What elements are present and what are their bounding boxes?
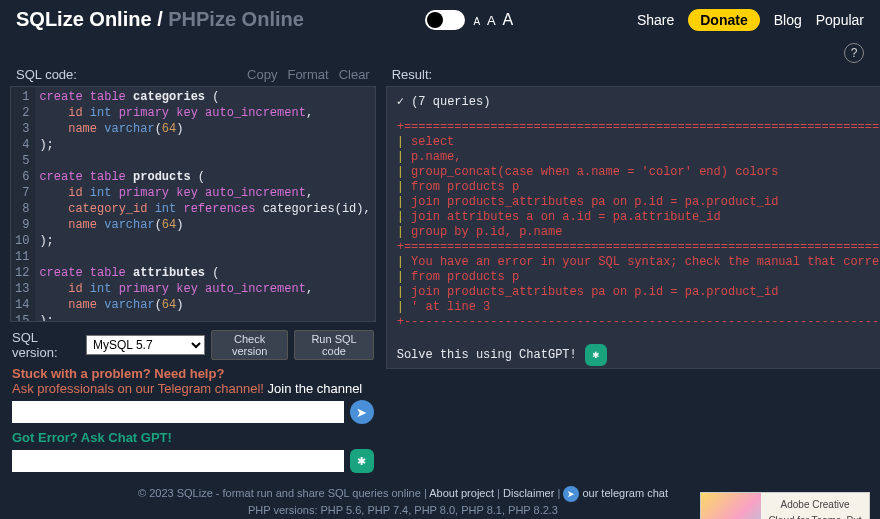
join-channel-link[interactable]: Join the channel <box>268 381 363 396</box>
result-label: Result: <box>392 67 432 82</box>
theme-toggle[interactable] <box>425 10 465 30</box>
share-link[interactable]: Share <box>637 12 674 28</box>
brand-sqlize[interactable]: SQLize Online <box>16 8 152 30</box>
brand: SQLize Online / PHPize Online <box>16 8 304 31</box>
telegram-chat-link[interactable]: our telegram chat <box>579 487 668 499</box>
header: SQLize Online / PHPize Online A A A Shar… <box>0 0 880 39</box>
format-button[interactable]: Format <box>287 67 328 82</box>
ask-gpt-label: Got Error? Ask Chat GPT! <box>12 430 374 445</box>
sql-panel: SQL code: Copy Format Clear 123456789101… <box>10 63 376 477</box>
sql-version-label: SQL version: <box>12 330 80 360</box>
disclaimer-link[interactable]: Disclaimer <box>503 487 554 499</box>
telegram-input[interactable] <box>12 401 344 423</box>
code-content[interactable]: create table categories ( id int primary… <box>35 87 374 321</box>
ask-pros-label: Ask professionals on our Telegram channe… <box>12 381 374 396</box>
donate-button[interactable]: Donate <box>688 9 759 31</box>
result-panel: Result: Copy ✓ (7 queries) +============… <box>386 63 880 477</box>
solve-chatgpt-label: Solve this using ChatGPT! <box>397 348 577 363</box>
copy-button[interactable]: Copy <box>247 67 277 82</box>
clear-button[interactable]: Clear <box>339 67 370 82</box>
font-size-picker[interactable]: A A A <box>473 11 515 29</box>
carbon-ad[interactable]: Adobe Creative Cloud for Teams. Put crea… <box>700 492 870 519</box>
chatgpt-icon[interactable]: ✱ <box>585 344 607 366</box>
line-gutter: 123456789101112131415 <box>11 87 35 321</box>
query-status: ✓ (7 queries) <box>397 95 880 110</box>
telegram-icon[interactable]: ➤ <box>563 486 579 502</box>
sql-version-select[interactable]: MySQL 5.7 <box>86 335 205 355</box>
run-sql-button[interactable]: Run SQL code <box>294 330 373 360</box>
telegram-send-icon[interactable]: ➤ <box>350 400 374 424</box>
ad-image <box>701 493 761 519</box>
chatgpt-input[interactable] <box>12 450 344 472</box>
check-version-button[interactable]: Check version <box>211 330 288 360</box>
php-versions: PHP versions: PHP 5.6, PHP 7.4, PHP 8.0,… <box>16 502 790 518</box>
blog-link[interactable]: Blog <box>774 12 802 28</box>
footer: © 2023 SQLize - format run and share SQL… <box>0 477 880 519</box>
result-content: ✓ (7 queries) +=========================… <box>386 86 880 369</box>
sql-code-label: SQL code: <box>16 67 77 82</box>
chatgpt-send-icon[interactable]: ✱ <box>350 449 374 473</box>
stuck-label: Stuck with a problem? Need help? <box>12 366 374 381</box>
popular-link[interactable]: Popular <box>816 12 864 28</box>
brand-phpize[interactable]: PHPize Online <box>168 8 304 30</box>
help-icon[interactable]: ? <box>844 43 864 63</box>
about-link[interactable]: About project <box>429 487 494 499</box>
sql-editor[interactable]: 123456789101112131415 create table categ… <box>10 86 376 322</box>
